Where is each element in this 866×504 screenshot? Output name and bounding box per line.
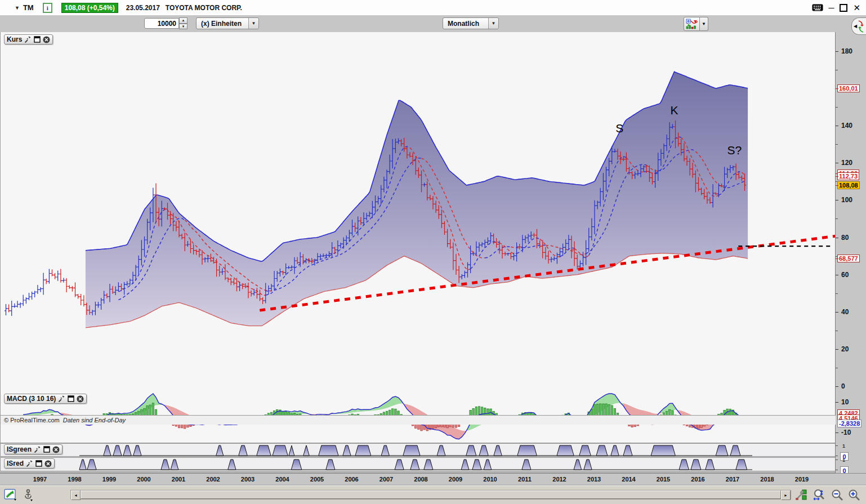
price-axis-tick — [836, 126, 838, 126]
price-chart[interactable]: SKS? — [1, 32, 836, 393]
window-icon[interactable] — [68, 395, 74, 402]
isgreen-panel-title: ISgreen — [7, 445, 32, 453]
zoom-in-icon[interactable] — [847, 488, 861, 502]
close-button[interactable]: ✕ — [853, 3, 860, 13]
zoom-fit-icon[interactable] — [812, 488, 827, 502]
units-dropdown[interactable]: (x) Einheiten ▼ — [196, 17, 259, 29]
time-axis-year: 2017 — [726, 476, 739, 483]
info-icon[interactable]: i — [43, 3, 52, 13]
window-icon[interactable] — [35, 460, 42, 467]
close-panel-icon[interactable] — [44, 460, 52, 467]
time-axis-year: 1997 — [33, 476, 47, 483]
price-axis-tick — [836, 312, 838, 313]
isred-signal — [79, 460, 752, 470]
close-panel-icon[interactable] — [52, 446, 60, 453]
symbol-label: TM — [23, 3, 34, 12]
time-axis-year: 2011 — [518, 476, 532, 483]
isgreen-chart[interactable] — [1, 444, 836, 456]
isgreen-panel[interactable]: ISgreen — [0, 444, 836, 456]
time-axis-year: 2007 — [380, 476, 393, 483]
units-dropdown-value: (x) Einheiten — [197, 20, 248, 28]
swap-arrows-icon — [857, 20, 865, 33]
isred-panel-title: ISred — [7, 460, 24, 467]
binary-axis-tick — [836, 470, 838, 470]
price-axis-label: 140 — [841, 122, 852, 130]
panel-collapse-tab[interactable]: ◀ — [851, 17, 866, 35]
close-panel-icon[interactable] — [77, 395, 84, 403]
drawing-settings-icon[interactable] — [794, 488, 809, 502]
price-marker-108,08: 108,08 — [837, 181, 860, 189]
export-chart-icon[interactable] — [3, 488, 18, 502]
macd-marker-2: -2,8328 — [837, 420, 861, 427]
macd-axis-label: 10 — [841, 398, 849, 406]
annotation-K[interactable]: K — [670, 104, 678, 117]
time-axis-year: 1999 — [102, 476, 116, 483]
time-axis-year: 2009 — [449, 476, 462, 483]
price-axis-label: 100 — [841, 196, 852, 204]
horizontal-scrollbar[interactable]: ◄ ► — [70, 490, 791, 499]
window-icon[interactable] — [34, 36, 41, 43]
zoom-out-icon[interactable] — [830, 488, 845, 502]
timeframe-dropdown[interactable]: Monatlich ▼ — [443, 17, 499, 29]
wrench-icon[interactable] — [24, 36, 32, 43]
price-panel[interactable]: SKS? Kurs © ProRealTime.com Daten sind E… — [0, 32, 836, 393]
macd-panel-label-box: MACD (3 10 16) — [4, 394, 87, 404]
time-axis-year: 2008 — [414, 476, 427, 483]
scrollbar-thumb[interactable] — [81, 490, 781, 499]
anchor-tool-icon[interactable] — [21, 488, 36, 502]
time-axis-year: 2006 — [345, 476, 358, 483]
wrench-icon[interactable] — [26, 460, 33, 467]
isred-chart[interactable] — [1, 458, 836, 471]
scroll-left-button[interactable]: ◄ — [71, 490, 81, 500]
chevron-down-icon[interactable]: ▼ — [488, 18, 498, 29]
quantity-input[interactable] — [144, 18, 179, 29]
binary-axis-tick — [836, 445, 838, 446]
quote-date: 23.05.2017 — [126, 4, 160, 12]
status-bar: ◄ ► — [0, 485, 866, 504]
trading-app-window: ▼ TM i 108,08 (+0,54%) 23.05.2017 TOYOTA… — [0, 0, 866, 504]
wrench-icon[interactable] — [34, 446, 41, 453]
price-axis-tick — [836, 70, 838, 70]
quantity-up-button[interactable]: ▲ — [179, 17, 188, 24]
price-axis-tick — [836, 238, 838, 238]
symbol-dropdown-arrow-icon[interactable]: ▼ — [15, 5, 20, 11]
chevron-down-icon[interactable]: ▼ — [248, 18, 258, 29]
price-marker-160,01: 160,01 — [837, 84, 860, 92]
price-axis-tick — [836, 331, 838, 331]
price-axis-tick — [836, 218, 838, 219]
price-axis-label: 180 — [841, 47, 852, 55]
time-axis-year: 2010 — [483, 476, 497, 483]
macd-panel-title: MACD (3 10 16) — [7, 395, 56, 403]
indicator-chart-icon[interactable] — [684, 17, 700, 31]
chevron-down-icon[interactable]: ▼ — [700, 17, 708, 31]
isgreen-signal — [79, 445, 752, 456]
annotation-S[interactable]: S — [615, 122, 623, 135]
maximize-button[interactable] — [840, 4, 847, 12]
time-axis-year: 2012 — [552, 476, 566, 483]
data-note-text: Daten sind End-of-Day — [63, 417, 126, 423]
time-axis-year: 2002 — [206, 476, 220, 483]
company-name: TOYOTA MOTOR CORP. — [166, 4, 242, 12]
isred-panel[interactable]: ISred — [0, 458, 836, 471]
price-axis-tick — [836, 51, 838, 52]
price-axis-label: 80 — [841, 234, 849, 242]
scroll-right-button[interactable]: ► — [781, 490, 791, 500]
time-axis-year: 2001 — [172, 476, 185, 483]
macd-axis-tick — [836, 402, 838, 403]
time-axis[interactable]: 1997199819992000200120022003200420052006… — [0, 473, 866, 485]
price-axis-tick — [836, 275, 838, 275]
window-icon[interactable] — [43, 446, 50, 453]
keyboard-icon[interactable] — [812, 4, 823, 11]
minimize-button[interactable]: ─ — [829, 3, 834, 12]
quantity-down-button[interactable]: ▼ — [179, 24, 188, 30]
time-axis-year: 2004 — [275, 476, 289, 483]
close-panel-icon[interactable] — [43, 36, 50, 43]
price-axis-gutter[interactable]: 180140120100806040200160,01114,29112,731… — [835, 32, 866, 473]
annotation-Sq[interactable]: S? — [727, 144, 742, 157]
price-panel-label-box: Kurs — [4, 34, 53, 44]
price-change-badge: 108,08 (+0,54%) — [61, 3, 118, 13]
time-axis-year: 2016 — [691, 476, 704, 483]
price-axis-tick — [836, 349, 838, 350]
wrench-icon[interactable] — [58, 395, 65, 403]
timeframe-dropdown-value: Monatlich — [443, 20, 488, 28]
